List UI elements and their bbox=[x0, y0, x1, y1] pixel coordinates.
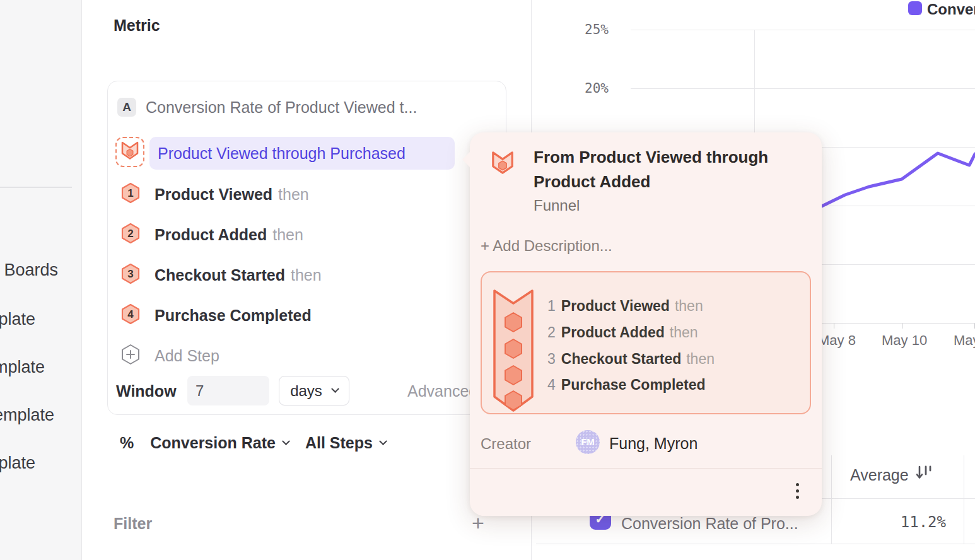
popover-step-3: 3Checkout Startedthen bbox=[547, 349, 715, 368]
average-column-header[interactable]: Average bbox=[850, 465, 933, 485]
filter-section-heading: Filter bbox=[114, 515, 152, 533]
creator-label: Creator bbox=[481, 435, 531, 453]
app-root: Boards plate mplate emplate plate Metric… bbox=[0, 0, 975, 560]
creator-name: Fung, Myron bbox=[609, 435, 698, 453]
table-column-border bbox=[831, 455, 832, 544]
window-label: Window bbox=[116, 382, 177, 400]
creator-avatar: FM bbox=[576, 430, 600, 454]
chevron-down-icon[interactable] bbox=[282, 437, 290, 445]
sidebar-item-template-3[interactable]: emplate bbox=[0, 405, 54, 425]
more-options-kebab-icon[interactable] bbox=[796, 483, 799, 499]
funnel-banner-icon bbox=[492, 288, 535, 417]
table-row-series-label: Conversion Rate of Pro... bbox=[621, 515, 798, 533]
window-unit-value: days bbox=[290, 382, 322, 400]
popover-step-4: 4Purchase Completed bbox=[547, 375, 711, 394]
sidebar-item-template-4[interactable]: plate bbox=[0, 453, 35, 473]
percent-symbol: % bbox=[120, 434, 134, 452]
chevron-down-icon[interactable] bbox=[379, 437, 387, 445]
funnel-steps-card: 1Product Viewedthen 2Product Addedthen 3… bbox=[481, 271, 811, 414]
table-column-border bbox=[964, 455, 964, 544]
advanced-link[interactable]: Advanced bbox=[407, 382, 477, 400]
measure-row: % Conversion Rate All Steps bbox=[120, 434, 386, 452]
table-row-border bbox=[536, 544, 975, 544]
popover-type-label: Funnel bbox=[534, 197, 580, 214]
measure-type-dropdown[interactable]: Conversion Rate bbox=[150, 434, 276, 452]
sort-descending-icon bbox=[915, 465, 933, 485]
popover-title: From Product Viewed through Product Adde… bbox=[534, 145, 811, 194]
popover-step-1: 1Product Viewedthen bbox=[547, 296, 703, 315]
window-value-input[interactable] bbox=[187, 376, 269, 405]
steps-scope-dropdown[interactable]: All Steps bbox=[305, 434, 373, 452]
window-unit-select[interactable]: days bbox=[279, 376, 349, 405]
popover-step-2: 2Product Addedthen bbox=[547, 323, 698, 342]
funnel-details-popover: From Product Viewed through Product Adde… bbox=[470, 132, 822, 516]
sidebar-item-template-2[interactable]: mplate bbox=[0, 358, 45, 377]
funnel-icon bbox=[491, 150, 515, 179]
chevron-down-icon bbox=[331, 385, 339, 393]
popover-footer-divider bbox=[470, 468, 822, 469]
add-description-button[interactable]: + Add Description... bbox=[481, 237, 612, 255]
average-header-label: Average bbox=[850, 466, 909, 484]
table-row-average-value: 11.2% bbox=[877, 513, 946, 531]
popover-arrow bbox=[462, 151, 470, 168]
